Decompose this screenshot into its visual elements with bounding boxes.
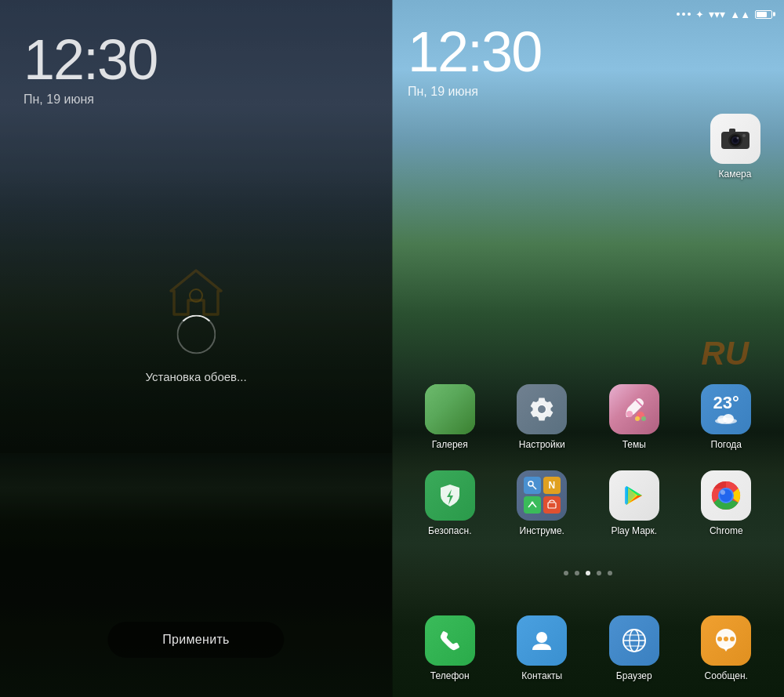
page-dot-2[interactable] bbox=[586, 571, 590, 575]
dock-item-contacts[interactable]: Контакты bbox=[505, 615, 579, 681]
dock-item-messages[interactable]: Сообщен. bbox=[689, 615, 764, 681]
tools-icon-bg: N bbox=[517, 470, 567, 521]
app-grid: Галерея Настройки bbox=[392, 384, 784, 556]
playmarket-label: Play Марк. bbox=[611, 525, 657, 536]
app-item-gallery[interactable]: Галерея bbox=[412, 384, 487, 450]
svg-point-7 bbox=[742, 134, 746, 137]
page-dot-0[interactable] bbox=[564, 571, 568, 575]
loading-circle bbox=[176, 314, 216, 354]
dock-item-phone[interactable]: Телефон bbox=[412, 615, 487, 681]
weather-label: Погода bbox=[711, 439, 742, 450]
lock-time: 12:30 bbox=[24, 31, 157, 88]
lock-screen: 12:30 Пн, 19 июня Установка обоев... При… bbox=[0, 0, 392, 697]
lock-time-section: 12:30 Пн, 19 июня bbox=[24, 31, 157, 107]
dock: Телефон Контакты Браузер bbox=[392, 615, 784, 681]
svg-point-28 bbox=[536, 632, 547, 643]
app-item-security[interactable]: Безопасн. bbox=[412, 470, 487, 536]
svg-rect-9 bbox=[434, 395, 466, 411]
browser-icon-bg bbox=[609, 615, 659, 666]
phone-label: Телефон bbox=[430, 670, 470, 681]
svg-point-36 bbox=[724, 637, 728, 641]
app-item-playmarket[interactable]: Play Марк. bbox=[597, 470, 671, 536]
status-dot-2 bbox=[682, 13, 685, 16]
svg-rect-23 bbox=[548, 503, 556, 508]
bluetooth-icon: ✦ bbox=[695, 9, 704, 20]
chrome-label: Chrome bbox=[710, 525, 743, 536]
status-bar: ✦ ▾▾▾ ▲▲ bbox=[677, 8, 772, 20]
svg-point-8 bbox=[736, 137, 739, 140]
status-dot-1 bbox=[677, 13, 680, 16]
app-item-themes[interactable]: Темы bbox=[597, 384, 671, 450]
app-item-chrome[interactable]: Chrome bbox=[689, 470, 764, 536]
tools-cell-1 bbox=[524, 477, 541, 494]
app-item-weather[interactable]: 23° Погода bbox=[689, 384, 764, 450]
app-item-tools[interactable]: N bbox=[505, 470, 579, 536]
playmarket-icon-bg bbox=[609, 470, 659, 521]
app-item-camera[interactable]: Камера bbox=[698, 114, 772, 180]
signal-icon: ▲▲ bbox=[730, 9, 750, 20]
svg-point-16 bbox=[641, 416, 646, 421]
security-icon-bg bbox=[425, 470, 475, 521]
home-time: 12:30 bbox=[408, 24, 541, 80]
tools-label: Инструме. bbox=[520, 525, 564, 536]
chrome-icon-bg bbox=[701, 470, 751, 521]
battery-icon bbox=[755, 10, 772, 19]
tools-cell-4 bbox=[543, 496, 561, 514]
loading-container: Установка обоев... bbox=[145, 314, 246, 383]
browser-label: Браузер bbox=[616, 670, 652, 681]
app-row-2: Безопасн. N bbox=[404, 470, 772, 536]
themes-label: Темы bbox=[622, 439, 646, 450]
messages-label: Сообщен. bbox=[705, 670, 748, 681]
app-row-1: Галерея Настройки bbox=[404, 384, 772, 450]
svg-rect-6 bbox=[729, 129, 735, 133]
home-time-section: 12:30 Пн, 19 июня bbox=[408, 24, 541, 99]
contacts-label: Контакты bbox=[521, 670, 562, 681]
themes-icon-bg bbox=[609, 384, 659, 434]
page-dot-4[interactable] bbox=[608, 571, 612, 575]
page-dot-3[interactable] bbox=[597, 571, 601, 575]
svg-line-21 bbox=[532, 485, 536, 489]
camera-icon-bg bbox=[710, 114, 760, 164]
page-dot-1[interactable] bbox=[575, 571, 579, 575]
settings-label: Настройки bbox=[519, 439, 565, 450]
contacts-icon-bg bbox=[517, 615, 567, 666]
gallery-label: Галерея bbox=[432, 439, 468, 450]
apply-button-container[interactable]: Применить bbox=[107, 622, 284, 658]
phone-icon-bg bbox=[425, 615, 475, 666]
svg-point-27 bbox=[720, 490, 725, 495]
svg-point-12 bbox=[538, 405, 546, 413]
svg-point-11 bbox=[446, 400, 456, 406]
status-dot-3 bbox=[688, 13, 691, 16]
watermark-ru: RU bbox=[701, 335, 749, 372]
svg-point-15 bbox=[635, 416, 640, 421]
svg-point-22 bbox=[531, 502, 533, 504]
wifi-icon: ▾▾▾ bbox=[709, 8, 725, 20]
status-dots bbox=[677, 13, 691, 16]
lock-date: Пн, 19 июня bbox=[24, 93, 157, 107]
home-screen: ✦ ▾▾▾ ▲▲ 12:30 Пн, 19 июня RU Камера bbox=[392, 0, 784, 697]
dock-item-browser[interactable]: Браузер bbox=[597, 615, 671, 681]
screen-divider bbox=[392, 0, 393, 697]
tools-cell-2: N bbox=[543, 477, 561, 494]
page-dots bbox=[392, 571, 784, 575]
camera-label: Камера bbox=[719, 169, 752, 180]
weather-icon-bg: 23° bbox=[701, 384, 751, 434]
messages-icon-bg bbox=[701, 615, 751, 666]
weather-temp: 23° bbox=[713, 394, 739, 412]
svg-point-19 bbox=[723, 414, 734, 423]
svg-point-13 bbox=[626, 411, 633, 417]
apply-button[interactable]: Применить bbox=[107, 622, 284, 658]
settings-icon-bg bbox=[517, 384, 567, 434]
svg-point-37 bbox=[730, 637, 735, 641]
loading-text: Установка обоев... bbox=[145, 369, 246, 383]
app-item-settings[interactable]: Настройки bbox=[505, 384, 579, 450]
tools-cell-3 bbox=[524, 496, 541, 514]
gallery-icon-bg bbox=[425, 384, 475, 434]
home-date: Пн, 19 июня bbox=[408, 85, 541, 99]
svg-point-10 bbox=[451, 398, 463, 405]
security-label: Безопасн. bbox=[428, 525, 471, 536]
battery-fill bbox=[757, 12, 767, 17]
svg-point-35 bbox=[717, 637, 722, 641]
